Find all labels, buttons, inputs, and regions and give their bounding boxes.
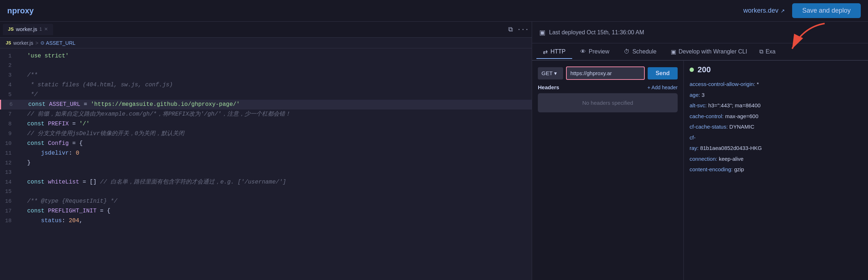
- editor-section: JS worker.js 1 ✕ ⧉ ··· JS worker.js > ⊙ …: [0, 22, 532, 280]
- editor-tab-workerjs[interactable]: JS worker.js 1 ✕: [3, 24, 53, 35]
- code-line: 18 status: 204,: [0, 216, 532, 226]
- preview-tab-label: Preview: [589, 48, 609, 55]
- symbol-icon: ⊙: [40, 40, 44, 46]
- extra-icon: ⧉: [759, 48, 763, 55]
- tabs-left: JS worker.js 1 ✕: [3, 24, 53, 35]
- code-line: 15: [0, 187, 532, 197]
- response-header-item: content-encoding: gzip: [690, 165, 862, 174]
- workers-dev-label: workers.dev: [743, 7, 778, 14]
- tabs-right: ⧉ ···: [508, 26, 529, 33]
- external-link-icon: ↗: [781, 8, 785, 14]
- method-select[interactable]: GET ▾: [538, 67, 563, 79]
- code-line: 16 /** @type {RequestInit} */: [0, 197, 532, 206]
- add-header-button[interactable]: + Add header: [647, 85, 678, 90]
- tab-label: worker.js: [16, 26, 37, 32]
- code-line: 11 jsdelivr: 0: [0, 148, 532, 158]
- no-headers-box: No headers specified: [538, 93, 678, 112]
- split-editor-icon[interactable]: ⧉: [508, 26, 513, 33]
- preview-icon: 👁: [580, 48, 586, 55]
- code-line: 9 // 分支文件使用jsDelivr镜像的开关，0为关闭，默认关闭: [0, 129, 532, 139]
- breadcrumb-js-icon: JS: [6, 40, 11, 46]
- response-header-item: cf-cache-status: DYNAMIC: [690, 122, 862, 132]
- response-header-item: ray: 81b1aea0852d0433-HKG: [690, 143, 862, 153]
- code-line: 1 'use strict': [0, 51, 532, 61]
- breadcrumb-sep: >: [35, 40, 38, 46]
- code-line: 10 const Config = {: [0, 139, 532, 148]
- panel-header: ▣ Last deployed Oct 15th, 11:36:00 AM: [532, 22, 868, 43]
- js-file-icon: JS: [8, 26, 14, 32]
- top-bar: nproxy workers.dev ↗ Save and deploy: [0, 0, 868, 22]
- top-bar-left: nproxy: [7, 6, 34, 16]
- status-code: 200: [698, 65, 711, 74]
- more-options-icon[interactable]: ···: [517, 26, 529, 33]
- deploy-icon: ▣: [539, 29, 545, 36]
- code-line: 14 const whiteList = [] // 白名单，路径里面有包含字符…: [0, 177, 532, 187]
- headers-section: Headers + Add header No headers specifie…: [538, 84, 678, 112]
- url-bar: GET ▾ Send: [538, 66, 678, 80]
- response-section: 200 access-control-allow-origin: * age: …: [684, 61, 868, 280]
- code-editor[interactable]: 1 'use strict' 2 3 /** 4 * static files …: [0, 48, 532, 280]
- tab-close-icon[interactable]: ✕: [44, 26, 48, 32]
- right-panel: ▣ Last deployed Oct 15th, 11:36:00 AM ⇄ …: [532, 22, 868, 280]
- tab-preview[interactable]: 👁 Preview: [574, 46, 616, 59]
- response-header-item: alt-svc: h3=":443"; ma=86400: [690, 101, 862, 110]
- schedule-tab-label: Schedule: [632, 48, 657, 55]
- code-line: 4 * static files (404.html, sw.js, conf.…: [0, 80, 532, 90]
- breadcrumb-file: worker.js: [13, 40, 33, 46]
- code-line: 2: [0, 61, 532, 70]
- response-header-item: connection: keep-alive: [690, 154, 862, 164]
- code-line: 5 */: [0, 90, 532, 100]
- response-headers: access-control-allow-origin: * age: 3 al…: [690, 79, 862, 174]
- method-label: GET: [541, 70, 553, 76]
- send-button[interactable]: Send: [648, 67, 678, 79]
- deploy-text: Last deployed Oct 15th, 11:36:00 AM: [549, 29, 644, 36]
- request-section: GET ▾ Send Headers + Add header No heade…: [532, 61, 684, 280]
- schedule-icon: ⏱: [624, 48, 630, 55]
- app-title: nproxy: [7, 6, 34, 16]
- panel-tabs: ⇄ HTTP 👁 Preview ⏱ Schedule ▣ Develop wi…: [532, 43, 868, 61]
- code-line: 13: [0, 168, 532, 177]
- response-header-item: age: 3: [690, 90, 862, 100]
- main-content: JS worker.js 1 ✕ ⧉ ··· JS worker.js > ⊙ …: [0, 22, 868, 280]
- breadcrumb: JS worker.js > ⊙ ASSET_URL: [0, 38, 532, 48]
- headers-bar: Headers + Add header: [538, 84, 678, 90]
- top-bar-right: workers.dev ↗ Save and deploy: [743, 3, 861, 18]
- http-icon: ⇄: [543, 48, 548, 55]
- develop-tab-label: Develop with Wrangler CLI: [678, 48, 747, 55]
- editor-tabs: JS worker.js 1 ✕ ⧉ ···: [0, 22, 532, 38]
- breadcrumb-symbol: ⊙ ASSET_URL: [40, 40, 75, 46]
- response-header-item: cache-control: max-age=600: [690, 112, 862, 121]
- code-line: 7 // 前缀，如果自定义路由为example.com/gh/*，将PREFIX…: [0, 109, 532, 119]
- code-line: 12 }: [0, 158, 532, 168]
- response-header-item: cf-: [690, 133, 862, 142]
- deploy-info: ▣ Last deployed Oct 15th, 11:36:00 AM: [539, 29, 644, 36]
- tab-schedule[interactable]: ⏱ Schedule: [617, 46, 663, 59]
- url-input[interactable]: [566, 66, 645, 80]
- http-tab-label: HTTP: [550, 48, 566, 55]
- tab-http[interactable]: ⇄ HTTP: [536, 46, 572, 59]
- tab-develop[interactable]: ▣ Develop with Wrangler CLI: [664, 46, 753, 58]
- code-line: 8 const PREFIX = '/': [0, 119, 532, 129]
- response-header-item: access-control-allow-origin: *: [690, 79, 862, 89]
- http-panel: GET ▾ Send Headers + Add header No heade…: [532, 61, 868, 280]
- no-headers-text: No headers specified: [582, 100, 633, 106]
- tab-number: 1: [39, 26, 42, 32]
- code-line: 3 /**: [0, 70, 532, 80]
- method-arrow-icon: ▾: [554, 70, 557, 77]
- workers-dev-link[interactable]: workers.dev ↗: [743, 7, 785, 14]
- develop-icon: ▣: [671, 48, 676, 55]
- response-status: 200: [690, 65, 862, 74]
- extra-tab-label: Exa: [765, 48, 776, 55]
- save-deploy-button[interactable]: Save and deploy: [792, 3, 861, 18]
- status-dot: [690, 68, 694, 72]
- code-line-highlighted: 6 const ASSET_URL = 'https://megasuite.g…: [0, 100, 532, 109]
- tab-extra[interactable]: ⧉ Exa: [755, 46, 780, 58]
- headers-label: Headers: [538, 84, 559, 90]
- code-line: 17 const PREFLIGHT_INIT = {: [0, 206, 532, 216]
